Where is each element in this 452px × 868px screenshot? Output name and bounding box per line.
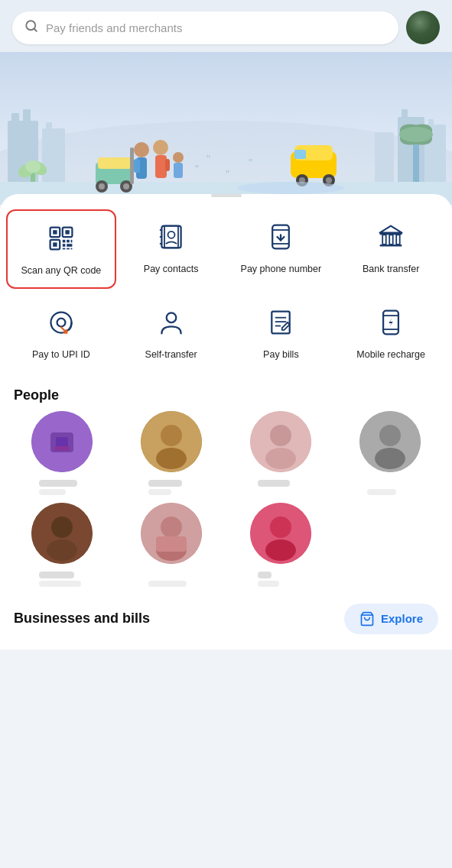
svg-rect-50 [53, 230, 57, 234]
svg-rect-62 [67, 248, 70, 250]
person-name [39, 572, 74, 578]
svg-point-100 [270, 425, 291, 446]
svg-rect-40 [155, 155, 167, 178]
svg-rect-9 [402, 109, 408, 120]
top-bar: Pay friends and merchants [0, 0, 452, 52]
person-item[interactable] [119, 411, 223, 495]
svg-rect-111 [156, 536, 187, 552]
person-item[interactable] [229, 411, 333, 495]
svg-rect-94 [56, 437, 68, 448]
svg-point-106 [51, 517, 73, 538]
svg-marker-73 [380, 226, 402, 233]
action-pay-phone[interactable]: Pay phone number [226, 209, 337, 289]
action-pay-bills[interactable]: Pay bills [226, 295, 337, 371]
actions-grid-row2: Pay to UPI ID Self-transfer [0, 295, 452, 377]
person-item[interactable] [9, 503, 114, 587]
person-sub [258, 581, 279, 587]
svg-rect-95 [54, 446, 70, 451]
svg-marker-91 [389, 318, 392, 328]
person-avatar [250, 411, 311, 472]
action-bank-transfer[interactable]: Bank transfer [336, 209, 446, 289]
action-mobile-recharge[interactable]: Mobile recharge [336, 295, 446, 371]
mobile-recharge-label: Mobile recharge [356, 348, 425, 361]
businesses-row: Businesses and bills Explore [0, 590, 452, 649]
action-self-transfer[interactable]: Self-transfer [116, 295, 226, 371]
scan-qr-label: Scan any QR code [21, 264, 101, 277]
pay-upi-label: Pay to UPI ID [32, 348, 90, 361]
action-scan-qr[interactable]: Scan any QR code [6, 209, 116, 289]
svg-rect-5 [23, 109, 31, 125]
svg-point-114 [265, 539, 296, 561]
svg-point-103 [379, 425, 401, 446]
explore-bag-icon [359, 611, 375, 627]
self-transfer-icon-wrap [151, 303, 191, 342]
pay-contacts-icon-wrap [151, 217, 191, 257]
svg-point-101 [265, 448, 296, 469]
svg-rect-75 [382, 235, 386, 245]
svg-point-65 [167, 232, 174, 238]
explore-button[interactable]: Explore [344, 604, 438, 634]
person-name [148, 480, 182, 487]
bank-transfer-icon-wrap [371, 217, 411, 257]
pay-bills-icon-wrap [261, 303, 301, 342]
svg-point-82 [166, 313, 176, 323]
person-avatar [31, 411, 93, 472]
svg-point-98 [156, 448, 187, 469]
svg-rect-38 [134, 159, 140, 173]
svg-rect-58 [63, 244, 66, 247]
person-sub [367, 489, 396, 495]
people-section-title: People [0, 378, 452, 411]
svg-point-97 [161, 425, 182, 446]
svg-rect-55 [63, 240, 66, 243]
pay-phone-label: Pay phone number [241, 263, 322, 275]
bank-transfer-label: Bank transfer [363, 263, 419, 275]
action-pay-upi[interactable]: Pay to UPI ID [6, 295, 116, 371]
self-transfer-label: Self-transfer [145, 348, 197, 361]
pay-upi-icon-wrap [41, 303, 81, 342]
svg-rect-76 [389, 235, 393, 245]
svg-point-34 [123, 183, 129, 189]
svg-rect-59 [67, 244, 72, 247]
search-icon [24, 19, 38, 37]
person-item[interactable] [9, 411, 114, 495]
person-item[interactable] [229, 503, 333, 587]
person-item[interactable] [338, 411, 443, 495]
explore-label: Explore [381, 612, 423, 625]
action-pay-contacts[interactable]: Pay contacts [116, 209, 226, 289]
svg-rect-4 [11, 113, 19, 125]
svg-point-42 [173, 152, 184, 163]
pay-contacts-label: Pay contacts [144, 263, 199, 275]
svg-rect-64 [164, 226, 178, 248]
svg-point-104 [375, 448, 405, 469]
person-name [258, 480, 290, 487]
scan-qr-icon-wrap [41, 219, 81, 258]
svg-point-80 [57, 319, 65, 327]
svg-text:": " [249, 157, 252, 169]
svg-rect-28 [294, 150, 306, 159]
svg-rect-30 [98, 157, 132, 169]
svg-rect-43 [174, 163, 183, 178]
svg-point-107 [47, 539, 77, 561]
search-placeholder-text: Pay friends and merchants [46, 21, 182, 34]
main-card: Scan any QR code Pay contacts [0, 194, 452, 649]
person-avatar [250, 503, 311, 564]
svg-rect-78 [380, 245, 402, 247]
svg-rect-61 [63, 248, 66, 250]
user-avatar[interactable] [406, 11, 440, 44]
person-avatar [141, 503, 202, 564]
businesses-title: Businesses and bills [14, 611, 150, 627]
people-grid-row2 [0, 503, 452, 590]
search-bar[interactable]: Pay friends and merchants [12, 11, 398, 44]
svg-line-1 [34, 28, 36, 31]
person-item[interactable] [119, 503, 223, 587]
person-item-empty [338, 503, 443, 587]
person-sub [39, 489, 66, 495]
svg-rect-7 [46, 122, 52, 131]
person-sub [39, 581, 81, 587]
person-avatar [359, 411, 421, 472]
svg-point-109 [161, 517, 182, 538]
drag-handle [211, 194, 242, 197]
svg-rect-35 [130, 147, 134, 184]
svg-text:": " [195, 163, 199, 175]
svg-rect-54 [53, 242, 57, 246]
